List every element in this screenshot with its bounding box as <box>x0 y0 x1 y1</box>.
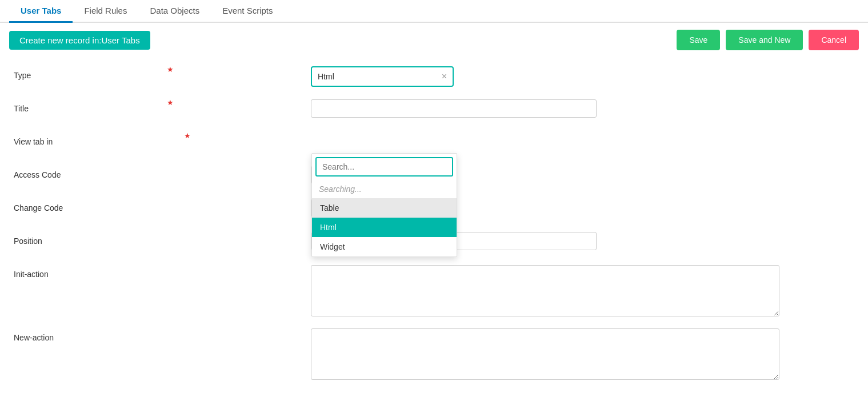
save-and-new-button[interactable]: Save and New <box>726 30 803 50</box>
change-code-label: Change Code <box>14 199 311 212</box>
init-action-textarea[interactable] <box>311 265 779 316</box>
tab-user-tabs[interactable]: User Tabs <box>9 0 73 23</box>
type-selected-value: Html <box>318 72 334 81</box>
header-bar: Create new record in:User Tabs Save Save… <box>0 23 868 57</box>
new-action-row: New-action <box>14 328 854 382</box>
type-row: Type ★ Html × <box>14 66 854 89</box>
title-required-star: ★ <box>167 98 174 107</box>
type-dropdown[interactable]: Html × <box>311 66 454 87</box>
dropdown-option-html[interactable]: Html <box>312 218 457 237</box>
dropdown-searching-text: Searching... <box>312 180 457 198</box>
save-button[interactable]: Save <box>677 30 720 50</box>
init-action-field <box>311 265 854 318</box>
init-action-row: Init-action <box>14 265 854 318</box>
new-action-label: New-action <box>14 328 311 342</box>
title-field <box>311 99 854 118</box>
view-tab-in-row: View tab in ★ <box>14 133 854 155</box>
tab-field-rules[interactable]: Field Rules <box>73 0 138 23</box>
create-badge: Create new record in:User Tabs <box>9 31 150 50</box>
dropdown-option-table[interactable]: Table <box>312 198 457 218</box>
type-clear-icon[interactable]: × <box>442 71 447 82</box>
tab-data-objects[interactable]: Data Objects <box>138 0 211 23</box>
title-input[interactable] <box>311 99 597 118</box>
nav-tabs: User Tabs Field Rules Data Objects Event… <box>0 0 868 23</box>
cancel-button[interactable]: Cancel <box>809 30 859 50</box>
new-action-field <box>311 328 854 382</box>
init-action-label: Init-action <box>14 265 311 279</box>
tab-event-scripts[interactable]: Event Scripts <box>211 0 284 23</box>
title-label: Title ★ <box>14 99 311 113</box>
position-label: Position <box>14 232 311 246</box>
view-tab-in-required-star: ★ <box>184 131 191 140</box>
dropdown-option-widget[interactable]: Widget <box>312 237 457 256</box>
type-label: Type ★ <box>14 66 311 80</box>
dropdown-search-input[interactable] <box>315 157 453 177</box>
new-action-textarea[interactable] <box>311 328 779 380</box>
type-field: Html × <box>311 66 854 87</box>
header-actions: Save Save and New Cancel <box>677 30 859 50</box>
view-tab-in-label: View tab in ★ <box>14 133 311 146</box>
form-container: Type ★ Html × Searching... Table Html Wi… <box>0 57 868 401</box>
type-dropdown-popup: Searching... Table Html Widget <box>311 153 457 257</box>
type-required-star: ★ <box>167 65 174 74</box>
title-row: Title ★ <box>14 99 854 122</box>
access-code-label: Access Code <box>14 166 311 179</box>
